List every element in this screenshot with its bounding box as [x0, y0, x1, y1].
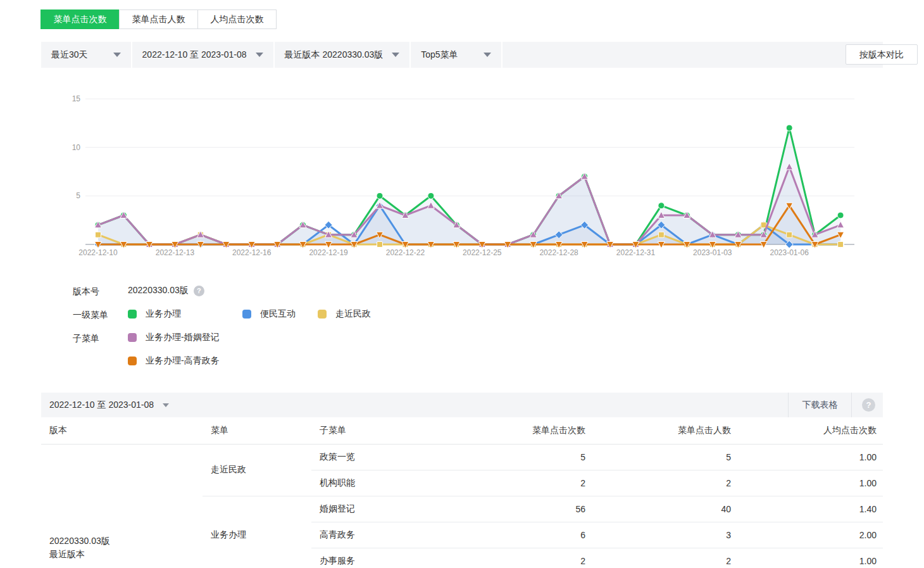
level1-menu-label: 一级菜单 — [73, 310, 108, 321]
col-menu: 菜单 — [203, 417, 311, 444]
svg-text:5: 5 — [76, 191, 80, 200]
legend-swatch-icon — [128, 310, 137, 319]
tab-avg-clicks[interactable]: 人均点击次数 — [197, 9, 277, 29]
svg-text:2022-12-10: 2022-12-10 — [78, 248, 118, 257]
svg-text:10: 10 — [72, 143, 81, 152]
version-latest-label: 最近版本 — [49, 548, 203, 561]
svg-text:2023-01-06: 2023-01-06 — [770, 248, 809, 257]
legend-item-yewubanli[interactable]: 业务办理 — [128, 308, 181, 320]
help-icon[interactable]: ? — [194, 286, 204, 296]
chevron-down-icon — [484, 53, 491, 57]
clicks-cell: 2 — [468, 470, 595, 496]
svg-text:2022-12-13: 2022-12-13 — [156, 248, 195, 257]
svg-text:2023-01-03: 2023-01-03 — [693, 248, 732, 257]
legend-swatch-icon — [242, 310, 251, 319]
table-help-icon[interactable]: ? — [862, 398, 875, 412]
col-menu-clicks: 菜单点击次数 — [468, 417, 595, 444]
avg-cell: 1.00 — [739, 548, 883, 568]
tab-menu-clicks[interactable]: 菜单点击次数 — [41, 9, 120, 29]
clicks-cell: 56 — [468, 496, 595, 522]
chevron-down-icon — [163, 403, 169, 407]
version-name: 20220330.03版 — [49, 534, 203, 548]
compare-by-version-button[interactable]: 按版本对比 — [846, 44, 918, 65]
legend-item-label: 业务办理-婚姻登记 — [146, 332, 220, 343]
users-cell: 5 — [595, 444, 739, 470]
table-row: 20220330.03版 最近版本 走近民政 政策一览 5 5 1.00 — [41, 444, 883, 470]
legend-item-label: 走近民政 — [335, 308, 371, 320]
version-number-value: 20220330.03版 — [128, 285, 189, 296]
version-number: 20220330.03版 ? — [128, 285, 204, 296]
avg-cell: 1.00 — [739, 444, 883, 470]
legend-swatch-icon — [128, 357, 137, 365]
svg-text:2022-12-19: 2022-12-19 — [309, 248, 348, 257]
svg-text:2022-12-28: 2022-12-28 — [539, 248, 578, 257]
svg-text:2022-12-31: 2022-12-31 — [616, 248, 656, 257]
svg-text:15: 15 — [72, 94, 81, 103]
version-cell: 20220330.03版 最近版本 — [41, 444, 203, 568]
top-menus-value: Top5菜单 — [421, 49, 458, 61]
menu-cell: 走近民政 — [203, 444, 311, 496]
users-cell: 2 — [595, 548, 739, 568]
legend-item-label: 业务办理-高青政务 — [146, 355, 220, 367]
version-value: 最近版本 20220330.03版 — [285, 49, 384, 61]
menu-cell: 业务办理 — [203, 496, 311, 568]
clicks-cell: 6 — [468, 522, 595, 548]
col-menu-users: 菜单点击人数 — [595, 417, 739, 444]
version-number-label: 版本号 — [73, 286, 99, 298]
table-date-range-value: 2022-12-10 至 2023-01-08 — [49, 400, 154, 411]
avg-cell: 1.40 — [739, 496, 883, 522]
legend-item-zoujinminzheng[interactable]: 走近民政 — [318, 308, 371, 320]
table-header-row: 版本 菜单 子菜单 菜单点击次数 菜单点击人数 人均点击次数 — [41, 417, 883, 444]
divider — [851, 393, 852, 417]
col-avg-clicks: 人均点击次数 — [739, 417, 883, 444]
legend-item-bianminhudong[interactable]: 便民互动 — [242, 308, 296, 320]
legend-item-hunyindengji[interactable]: 业务办理-婚姻登记 — [128, 332, 220, 343]
stats-table: 版本 菜单 子菜单 菜单点击次数 菜单点击人数 人均点击次数 20220330.… — [41, 417, 883, 568]
col-version: 版本 — [41, 417, 203, 444]
legend-swatch-icon — [318, 310, 327, 319]
chevron-down-icon — [256, 53, 263, 57]
svg-text:2022-12-25: 2022-12-25 — [463, 248, 502, 257]
table-date-range-dropdown[interactable]: 2022-12-10 至 2023-01-08 — [49, 393, 169, 417]
legend-swatch-icon — [128, 333, 137, 342]
svg-text:2022-12-22: 2022-12-22 — [386, 248, 425, 257]
chart-legend: 版本号 20220330.03版 ? 一级菜单 业务办理 便民互动 走近民政 子… — [41, 279, 883, 380]
legend-item-label: 业务办理 — [146, 308, 181, 320]
submenu-cell: 机构职能 — [311, 470, 468, 496]
preset-range-value: 最近30天 — [51, 49, 88, 61]
clicks-cell: 2 — [468, 548, 595, 568]
sub-menu-label: 子菜单 — [73, 333, 99, 344]
svg-text:2022-12-16: 2022-12-16 — [232, 248, 272, 257]
submenu-cell: 高青政务 — [311, 522, 468, 548]
download-table-button[interactable]: 下载表格 — [789, 393, 851, 417]
users-cell: 3 — [595, 522, 739, 548]
submenu-cell: 婚姻登记 — [311, 496, 468, 522]
users-cell: 40 — [595, 496, 739, 522]
col-submenu: 子菜单 — [311, 417, 468, 444]
date-range-value: 2022-12-10 至 2023-01-08 — [142, 49, 247, 61]
submenu-cell: 办事服务 — [311, 548, 468, 568]
metric-tabs: 菜单点击次数 菜单点击人数 人均点击次数 — [41, 9, 277, 29]
legend-item-label: 便民互动 — [260, 308, 296, 320]
users-cell: 2 — [595, 470, 739, 496]
clicks-trend-chart: 510152022-12-102022-12-132022-12-162022-… — [41, 63, 883, 266]
submenu-cell: 政策一览 — [311, 444, 468, 470]
table-section-bar: 2022-12-10 至 2023-01-08 下载表格 ? — [41, 393, 883, 417]
tab-menu-users[interactable]: 菜单点击人数 — [119, 9, 198, 29]
avg-cell: 2.00 — [739, 522, 883, 548]
clicks-trend-chart-svg: 510152022-12-102022-12-132022-12-162022-… — [41, 63, 883, 266]
chevron-down-icon — [113, 53, 121, 57]
clicks-cell: 5 — [468, 444, 595, 470]
chevron-down-icon — [392, 53, 399, 57]
legend-item-gaoqingzhengwu[interactable]: 业务办理-高青政务 — [128, 355, 220, 367]
avg-cell: 1.00 — [739, 470, 883, 496]
